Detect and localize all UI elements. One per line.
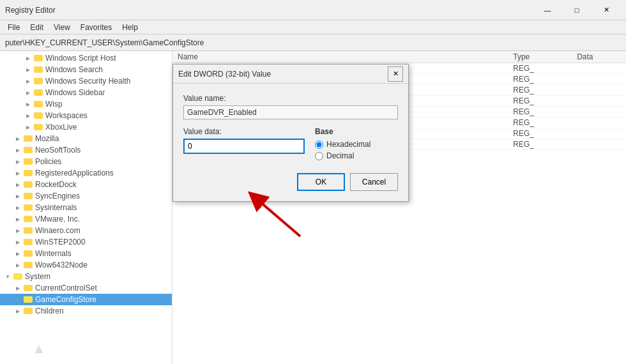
- decimal-label[interactable]: Decimal: [326, 151, 354, 160]
- dialog-title: Edit DWORD (32-bit) Value: [178, 70, 388, 79]
- close-button[interactable]: ✕: [592, 0, 621, 20]
- menu-help[interactable]: Help: [117, 22, 143, 33]
- value-name-input[interactable]: [183, 105, 398, 119]
- base-label: Base: [315, 127, 398, 136]
- value-data-input[interactable]: [183, 139, 305, 154]
- dialog-titlebar: Edit DWORD (32-bit) Value ✕: [173, 64, 408, 84]
- cancel-button[interactable]: Cancel: [350, 173, 398, 191]
- edit-dword-dialog: Edit DWORD (32-bit) Value ✕ Value name: …: [172, 64, 409, 202]
- address-bar: puter\HKEY_CURRENT_USER\System\GameConfi…: [0, 34, 626, 51]
- hexadecimal-label[interactable]: Hexadecimal: [326, 140, 370, 149]
- title-bar: Registry Editor — □ ✕: [0, 0, 626, 20]
- value-name-label: Value name:: [183, 94, 398, 103]
- menu-file[interactable]: File: [3, 22, 25, 33]
- value-data-label: Value data:: [183, 127, 305, 136]
- maximize-button[interactable]: □: [562, 0, 592, 20]
- base-section: Base Hexadecimal Decimal: [315, 127, 398, 163]
- app-title: Registry Editor: [5, 6, 533, 15]
- menu-edit[interactable]: Edit: [25, 22, 49, 33]
- dialog-body: Value name: Value data: Base Hexadecimal…: [173, 84, 408, 201]
- dialog-data-row: Value data: Base Hexadecimal Decimal: [183, 127, 398, 163]
- window-controls: — □ ✕: [533, 0, 621, 20]
- decimal-radio[interactable]: [315, 152, 323, 160]
- decimal-option: Decimal: [315, 151, 398, 160]
- dialog-close-button[interactable]: ✕: [388, 66, 403, 82]
- address-path: puter\HKEY_CURRENT_USER\System\GameConfi…: [5, 38, 204, 47]
- dialog-buttons: OK Cancel: [183, 173, 398, 191]
- menu-view[interactable]: View: [49, 22, 75, 33]
- hexadecimal-option: Hexadecimal: [315, 140, 398, 149]
- minimize-button[interactable]: —: [533, 0, 562, 20]
- menu-bar: File Edit View Favorites Help: [0, 20, 626, 34]
- menu-favorites[interactable]: Favorites: [75, 22, 117, 33]
- value-data-section: Value data:: [183, 127, 305, 163]
- hexadecimal-radio[interactable]: [315, 140, 323, 149]
- ok-button[interactable]: OK: [297, 173, 345, 191]
